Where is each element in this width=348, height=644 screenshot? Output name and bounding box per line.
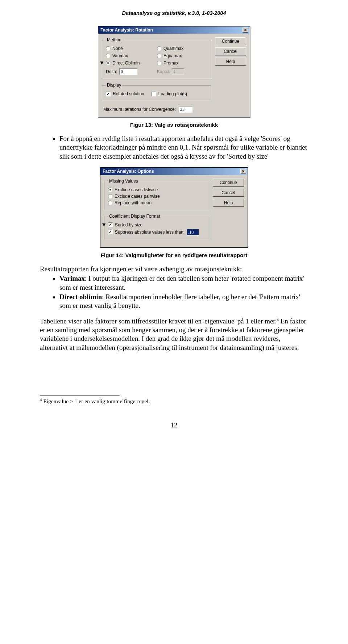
- missing-values-legend: Missing Values: [108, 179, 139, 184]
- method-legend: Method: [106, 37, 123, 42]
- checkbox-icon: [108, 222, 113, 227]
- radio-label: Exclude cases listwise: [115, 187, 158, 192]
- radio-icon: [108, 194, 112, 198]
- paragraph: Tabellene viser alle faktorer som tilfre…: [40, 317, 308, 352]
- continue-button[interactable]: Continue: [213, 179, 244, 187]
- radio-icon: [106, 54, 110, 58]
- running-header: Dataanalyse og statistikk, v.3.0, 1-03-2…: [40, 10, 308, 16]
- radio-exclude-pairwise[interactable]: Exclude cases pairwise: [108, 193, 206, 200]
- radio-icon: [157, 54, 161, 58]
- radio-label: Replace with mean: [115, 200, 152, 205]
- checkbox-label: Sorted by size: [115, 222, 142, 227]
- check-sorted-by-size[interactable]: Sorted by size: [108, 222, 206, 228]
- close-icon[interactable]: ×: [240, 169, 246, 174]
- footnote-separator: [40, 396, 120, 396]
- radio-icon: [106, 61, 110, 65]
- maxiter-label: Maximum Iterations for Convergence:: [103, 107, 176, 112]
- paragraph: Resultatrapporten fra kjøringen er vil v…: [40, 265, 308, 273]
- delta-row: Delta: 0: [106, 68, 157, 75]
- radio-quartimax[interactable]: Quartimax: [157, 45, 208, 52]
- page: Dataanalyse og statistikk, v.3.0, 1-03-2…: [0, 0, 348, 444]
- checkbox-label: Loading plot(s): [158, 91, 187, 96]
- checkbox-icon: [106, 92, 111, 96]
- display-legend: Display: [106, 83, 122, 88]
- coef-display-legend: Coefficient Display Format: [108, 214, 161, 219]
- delta-input[interactable]: 0: [119, 68, 137, 75]
- list-item-label: Varimax: [59, 275, 85, 282]
- bullet-list-1: For å oppnå en ryddig liste i resultatra…: [40, 134, 308, 161]
- figure-13-caption: Figur 13: Valg av rotasjonsteknikk: [40, 122, 308, 128]
- kappa-label: Kappa: [157, 69, 170, 74]
- check-suppress-values[interactable]: Suppress absolute values less than: .10: [108, 228, 206, 236]
- radio-label: Promax: [163, 60, 178, 66]
- radio-label: Quartimax: [163, 46, 183, 51]
- dialog-title: Factor Analysis: Rotation: [100, 28, 153, 33]
- figure-14-screenshot: Factor Analysis: Options × Missing Value…: [40, 167, 308, 248]
- checkbox-icon: [152, 92, 156, 96]
- list-item-label: Direct oblimin: [59, 293, 102, 301]
- check-rotated-solution[interactable]: Rotated solution: [106, 91, 144, 97]
- footnote-text: Eigenvalue > 1 er en vanlig tommelfinger…: [42, 398, 150, 404]
- radio-direct-oblimin[interactable]: Direct Oblimin: [106, 60, 157, 66]
- list-item-text: : I output fra kjøringen er det den tabe…: [59, 275, 304, 291]
- radio-label: Direct Oblimin: [112, 60, 140, 66]
- kappa-input: 4: [172, 68, 184, 75]
- maxiter-input[interactable]: 25: [179, 106, 192, 113]
- suppress-input[interactable]: .10: [187, 229, 199, 235]
- dialog-title: Factor Analysis: Options: [103, 169, 154, 174]
- radio-none[interactable]: None: [106, 45, 157, 52]
- titlebar: Factor Analysis: Options ×: [100, 168, 248, 175]
- help-button[interactable]: Help: [213, 199, 244, 207]
- missing-values-group: Missing Values Exclude cases listwise Ex…: [104, 179, 209, 210]
- delta-label: Delta:: [106, 69, 117, 74]
- method-group: Method None Quartimax: [102, 37, 211, 79]
- list-item: Direct oblimin: Resultatraporten innehol…: [59, 293, 308, 310]
- radio-label: None: [112, 46, 123, 51]
- coef-display-group: Coefficient Display Format Sorted by siz…: [104, 214, 209, 240]
- continue-button[interactable]: Continue: [215, 37, 246, 45]
- kappa-row: Kappa 4: [157, 68, 208, 75]
- titlebar: Factor Analysis: Rotation ×: [98, 26, 250, 34]
- radio-exclude-listwise[interactable]: Exclude cases listwise: [108, 187, 206, 193]
- figure-14-caption: Figur 14: Valgmuligheter for en ryddiger…: [40, 252, 308, 258]
- maxiter-row: Maximum Iterations for Convergence: 25: [102, 105, 211, 113]
- radio-varimax[interactable]: Varimax: [106, 53, 157, 59]
- close-icon[interactable]: ×: [243, 28, 248, 33]
- radio-promax[interactable]: Promax: [157, 60, 208, 66]
- radio-icon: [157, 61, 161, 65]
- radio-icon: [108, 201, 112, 205]
- checkbox-label: Rotated solution: [113, 91, 144, 96]
- figure-13-screenshot: Factor Analysis: Rotation × Method None: [40, 26, 308, 117]
- bullet-list-2: Varimax: I output fra kjøringen er det d…: [40, 274, 308, 310]
- radio-icon: [108, 188, 112, 192]
- list-item: Varimax: I output fra kjøringen er det d…: [59, 274, 308, 292]
- footnote: 4 Eigenvalue > 1 er en vanlig tommelfing…: [40, 397, 308, 405]
- check-loading-plots[interactable]: Loading plot(s): [152, 91, 187, 97]
- paragraph-text: Tabellene viser alle faktorer som tilfre…: [40, 317, 277, 325]
- radio-replace-mean[interactable]: Replace with mean: [108, 200, 206, 206]
- cancel-button[interactable]: Cancel: [215, 47, 246, 55]
- radio-icon: [157, 46, 161, 51]
- list-item: For å oppnå en ryddig liste i resultatra…: [59, 134, 308, 161]
- radio-label: Exclude cases pairwise: [115, 194, 160, 199]
- display-group: Display Rotated solution Loading plot(s): [102, 83, 211, 101]
- radio-icon: [106, 46, 110, 51]
- radio-equamax[interactable]: Equamax: [157, 53, 208, 59]
- rotation-dialog: Factor Analysis: Rotation × Method None: [98, 26, 250, 117]
- checkbox-label: Suppress absolute values less than:: [115, 230, 185, 235]
- checkbox-icon: [108, 230, 113, 234]
- radio-label: Varimax: [112, 53, 128, 58]
- cancel-button[interactable]: Cancel: [213, 189, 244, 197]
- page-number: 12: [40, 421, 308, 429]
- options-dialog: Factor Analysis: Options × Missing Value…: [100, 167, 248, 248]
- radio-label: Equamax: [163, 53, 182, 58]
- help-button[interactable]: Help: [215, 58, 246, 66]
